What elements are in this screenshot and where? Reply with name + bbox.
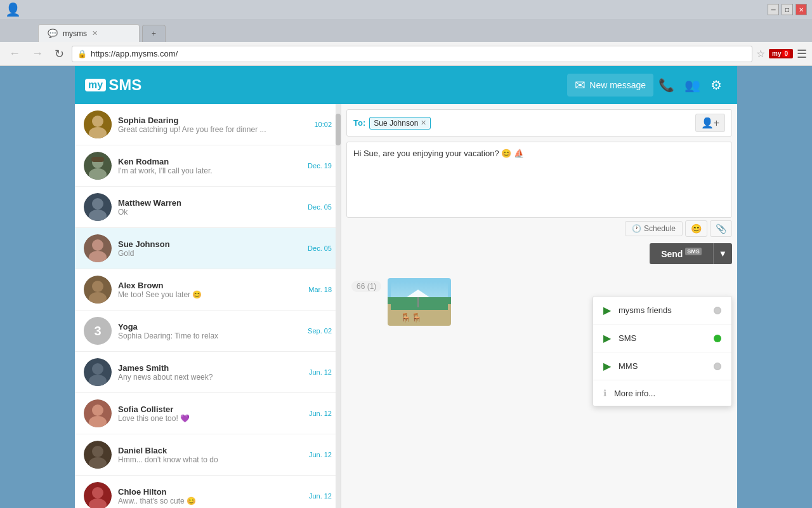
send-dropdown-menu: ▶ mysms friends ▶ SMS ▶ MMS ℹ More info.… xyxy=(593,296,732,406)
conv-info: Matthew Warren Ok xyxy=(118,198,301,217)
sms-icon: ▶ xyxy=(603,332,611,344)
dropdown-item-sms[interactable]: ▶ SMS xyxy=(593,324,731,352)
group-avatar: 3 xyxy=(84,317,112,345)
active-tab[interactable]: 💬 mysms ✕ xyxy=(38,24,140,42)
message-count: 66 (1) xyxy=(351,281,381,292)
conv-time: Mar. 18 xyxy=(308,286,332,293)
dropdown-item-mysms[interactable]: ▶ mysms friends xyxy=(593,297,731,324)
avatar xyxy=(84,234,112,262)
conv-preview: I'm at work, I'll call you later. xyxy=(118,166,301,175)
attach-btn[interactable]: 📎 xyxy=(710,220,732,237)
conv-info: Daniel Black Hmm... don't know what to d… xyxy=(118,446,303,464)
emoji-btn[interactable]: 😊 xyxy=(685,220,707,237)
conv-preview: Sophia Dearing: Time to relax xyxy=(118,331,301,340)
send-btn[interactable]: Send SMS xyxy=(650,243,713,264)
dropdown-item-mms[interactable]: ▶ MMS xyxy=(593,352,731,380)
conv-info: Sue Johnson Gold xyxy=(118,239,301,258)
title-bar: 👤 ─ □ ✕ xyxy=(0,0,812,19)
list-item[interactable]: Matthew Warren Ok Dec. 05 xyxy=(75,187,341,228)
compose-icon: ✉ xyxy=(575,77,586,93)
avatar xyxy=(84,399,112,427)
list-item[interactable]: 3 Yoga Sophia Dearing: Time to relax Sep… xyxy=(75,311,341,352)
conv-name: Alex Brown xyxy=(118,281,302,290)
menu-icon[interactable]: ☰ xyxy=(797,47,807,61)
dropdown-label-mms: MMS xyxy=(619,361,638,371)
conv-name: Sophia Dearing xyxy=(118,116,308,125)
forward-btn[interactable]: → xyxy=(28,46,47,62)
dropdown-item-more-info[interactable]: ℹ More info... xyxy=(593,380,731,406)
tab-bar: 💬 mysms ✕ + xyxy=(0,19,812,42)
user-icon: 👤 xyxy=(5,2,21,17)
mysms-friends-icon: ▶ xyxy=(603,304,611,316)
status-dot-mms xyxy=(714,363,721,370)
message-text[interactable]: Hi Sue, are you enjoying your vacation? … xyxy=(353,149,725,211)
list-item[interactable]: Chloe Hilton Aww.. that's so cute 😊 Jun.… xyxy=(75,476,341,508)
list-item[interactable]: Alex Brown Me too! See you later 😊 Mar. … xyxy=(75,269,341,311)
list-item[interactable]: Ken Rodman I'm at work, I'll call you la… xyxy=(75,145,341,187)
avatar xyxy=(84,152,112,180)
nav-bar: ← → ↻ 🔒 https://app.mysms.com/ ☆ my 0 ☰ xyxy=(0,42,812,66)
conv-name: Sofia Collister xyxy=(118,404,303,414)
message-input-area[interactable]: Hi Sue, are you enjoying your vacation? … xyxy=(346,142,732,218)
dropdown-label-more-info: More info... xyxy=(614,389,655,398)
contacts-btn[interactable]: 👥 xyxy=(679,74,705,97)
conv-info: James Smith Any news about next week? xyxy=(118,363,303,382)
svg-rect-6 xyxy=(91,157,104,162)
bookmark-icon[interactable]: ☆ xyxy=(756,48,765,60)
conv-time: Jun. 12 xyxy=(309,451,332,458)
call-btn[interactable]: 📞 xyxy=(653,74,679,97)
list-item[interactable]: Sofia Collister Love this one too! 💜 Jun… xyxy=(75,393,341,434)
conv-time: Dec. 05 xyxy=(308,244,332,252)
conv-preview: Any news about next week? xyxy=(118,373,303,382)
send-label: Send xyxy=(661,249,683,259)
conv-info: Sofia Collister Love this one too! 💜 xyxy=(118,404,303,423)
schedule-label: Schedule xyxy=(644,224,676,233)
new-tab-btn[interactable]: + xyxy=(142,25,166,42)
url-text: https://app.mysms.com/ xyxy=(91,49,747,58)
conv-time: Jun. 12 xyxy=(309,492,332,500)
status-dot-sms xyxy=(714,335,721,342)
mysms-icon: my 0 xyxy=(769,49,793,58)
conv-name: Ken Rodman xyxy=(118,157,301,166)
conv-time: Jun. 12 xyxy=(309,368,332,376)
close-btn[interactable]: ✕ xyxy=(796,4,807,15)
to-field: To: Sue Johnson ✕ 👤+ xyxy=(346,109,732,137)
svg-point-1 xyxy=(92,116,103,127)
lock-icon: 🔒 xyxy=(77,50,87,58)
send-dropdown-btn[interactable]: ▼ xyxy=(713,243,732,264)
info-icon: ℹ xyxy=(603,388,606,398)
settings-btn[interactable]: ⚙ xyxy=(705,74,727,97)
conv-preview: Hmm... don't know what to do xyxy=(118,455,303,464)
avatar xyxy=(84,441,112,469)
sms-badge: SMS xyxy=(685,248,702,255)
message-image: 🪑🪑 xyxy=(388,278,451,326)
minimize-btn[interactable]: ─ xyxy=(768,4,779,15)
conversation-list: Sophia Dearing Great catching up! Are yo… xyxy=(75,104,341,508)
send-btn-group: Send SMS ▼ xyxy=(650,243,732,264)
address-bar[interactable]: 🔒 https://app.mysms.com/ xyxy=(72,46,752,62)
back-btn[interactable]: ← xyxy=(5,46,24,62)
conv-name: James Smith xyxy=(118,363,303,373)
app-logo: my SMS xyxy=(85,76,141,94)
conv-preview: Me too! See you later 😊 xyxy=(118,290,302,299)
list-item[interactable]: Daniel Black Hmm... don't know what to d… xyxy=(75,434,341,476)
conv-name: Matthew Warren xyxy=(118,198,301,208)
svg-point-20 xyxy=(92,404,103,416)
recipient-name: Sue Johnson xyxy=(374,119,418,128)
refresh-btn[interactable]: ↻ xyxy=(51,46,68,62)
remove-recipient-btn[interactable]: ✕ xyxy=(421,119,426,127)
conv-preview: Love this one too! 💜 xyxy=(118,414,303,423)
add-contact-btn[interactable]: 👤+ xyxy=(695,114,725,132)
maximize-btn[interactable]: □ xyxy=(782,4,793,15)
tab-close-btn[interactable]: ✕ xyxy=(92,29,98,37)
conv-preview: Gold xyxy=(118,249,301,258)
svg-point-17 xyxy=(92,363,103,375)
list-item[interactable]: Sue Johnson Gold Dec. 05 xyxy=(75,228,341,269)
new-message-btn[interactable]: ✉ New message xyxy=(567,74,653,97)
svg-point-8 xyxy=(92,198,103,210)
list-item[interactable]: James Smith Any news about next week? Ju… xyxy=(75,352,341,393)
list-item[interactable]: Sophia Dearing Great catching up! Are yo… xyxy=(75,104,341,145)
schedule-btn[interactable]: 🕐 Schedule xyxy=(625,221,683,236)
tab-icon: 💬 xyxy=(48,29,58,38)
conv-name: Yoga xyxy=(118,322,301,331)
